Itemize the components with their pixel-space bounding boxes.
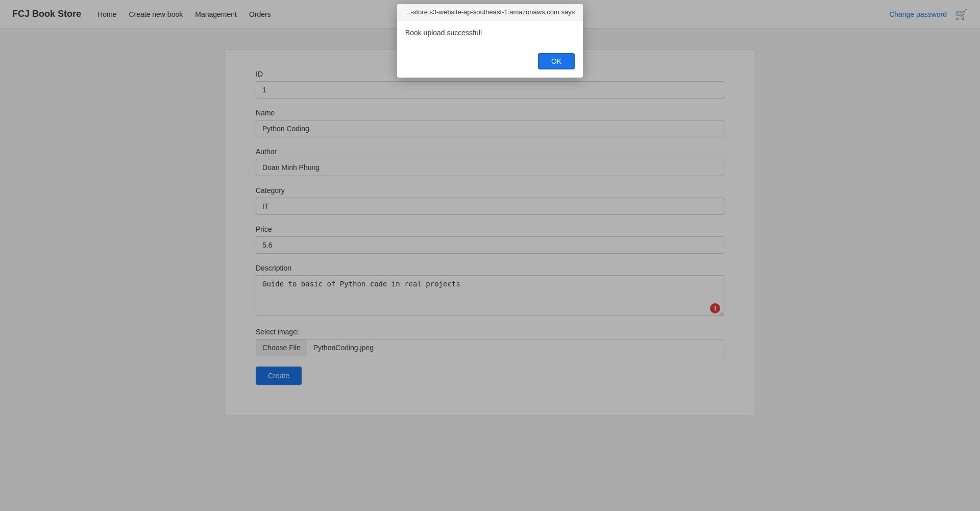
modal-header-text: ...-store.s3-website-ap-southeast-1.amaz… (405, 8, 575, 16)
alert-dialog: ...-store.s3-website-ap-southeast-1.amaz… (397, 4, 583, 78)
modal-body: Book upload successfull (397, 20, 583, 49)
modal-overlay: ...-store.s3-website-ap-southeast-1.amaz… (0, 0, 980, 436)
ok-button[interactable]: OK (538, 53, 575, 69)
modal-message: Book upload successfull (405, 29, 575, 37)
modal-footer: OK (397, 49, 583, 78)
modal-header: ...-store.s3-website-ap-southeast-1.amaz… (397, 4, 583, 20)
